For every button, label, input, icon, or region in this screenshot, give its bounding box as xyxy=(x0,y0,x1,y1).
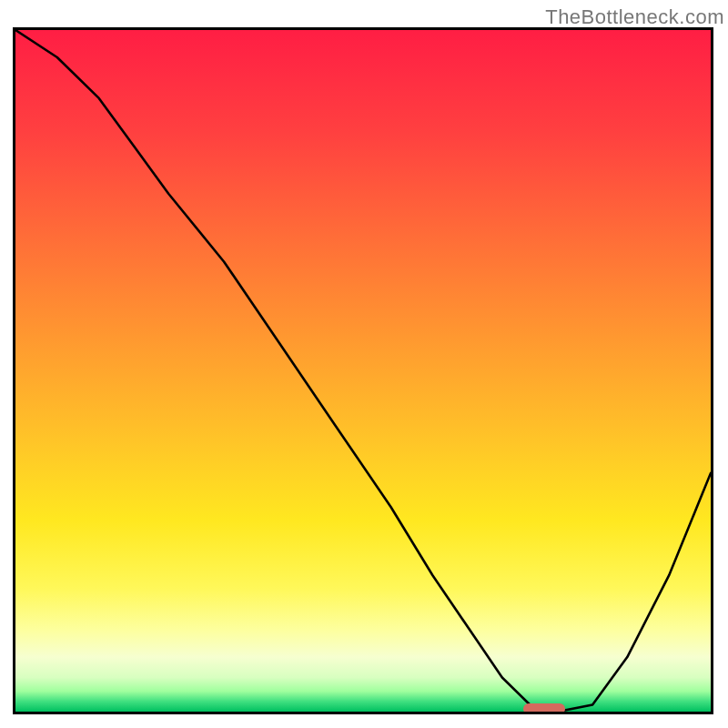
watermark-text: TheBottleneck.com xyxy=(545,5,724,29)
chart-container: TheBottleneck.com xyxy=(0,0,728,728)
plot-area xyxy=(13,27,713,714)
optimal-marker xyxy=(523,703,565,714)
bottleneck-curve xyxy=(15,30,711,712)
